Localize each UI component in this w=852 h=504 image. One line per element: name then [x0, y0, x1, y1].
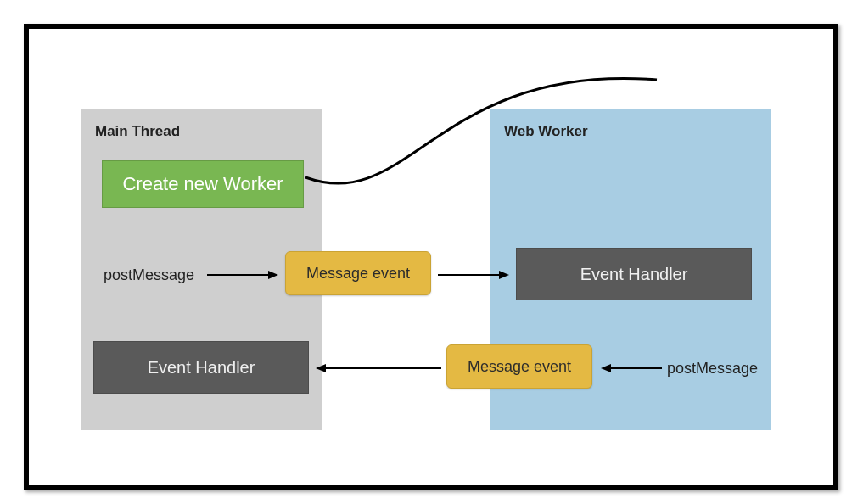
diagram-frame: Main Thread Web Worker Create new Worker… [24, 24, 838, 490]
curve-create-to-worker [29, 29, 833, 485]
diagram-stage: Main Thread Web Worker Create new Worker… [29, 29, 833, 485]
